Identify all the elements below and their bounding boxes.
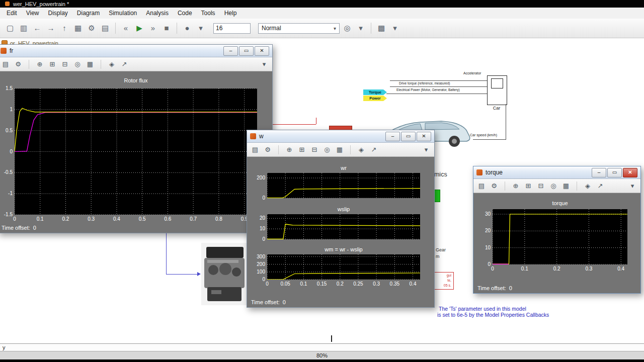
- scope-toolbar: ▤⚙⊕⊞⊟◎▦◈↗▾: [0, 57, 272, 71]
- stop-icon[interactable]: ■: [160, 22, 173, 34]
- menu-simulation[interactable]: Simulation: [104, 9, 141, 18]
- parameters-icon[interactable]: ⚙: [14, 59, 23, 69]
- scope-plot-wslip[interactable]: [267, 214, 420, 239]
- separator: [278, 145, 279, 154]
- scope-plot-torque[interactable]: [493, 209, 627, 264]
- print-icon[interactable]: ▤: [251, 145, 260, 155]
- autoscale-icon[interactable]: ◎: [323, 145, 332, 155]
- y-tick-label: 300: [251, 254, 265, 260]
- new-model-icon[interactable]: ▢: [4, 22, 16, 34]
- autoscale-icon[interactable]: ◎: [549, 181, 558, 191]
- window-title-bar[interactable]: torque – ▭ ✕: [473, 166, 640, 179]
- minimize-button[interactable]: –: [592, 168, 606, 177]
- run-icon[interactable]: ▶: [133, 22, 145, 34]
- x-tick-label: 0.3: [84, 216, 99, 222]
- scope-plot-rotor-flux[interactable]: [15, 88, 257, 215]
- zoom-y-icon[interactable]: ⊟: [536, 181, 545, 191]
- build-icon[interactable]: ▩: [375, 22, 387, 34]
- lock-axes-icon[interactable]: ◈: [357, 145, 366, 155]
- maximize-button[interactable]: ▭: [401, 132, 416, 141]
- menu-code[interactable]: Code: [173, 9, 197, 18]
- car-block[interactable]: [487, 75, 507, 105]
- x-tick-label: 0.05: [278, 281, 293, 287]
- separator: [505, 182, 505, 191]
- dock-icon[interactable]: ▾: [260, 59, 269, 69]
- signal-trace-icon[interactable]: ↗: [369, 145, 378, 155]
- up-to-parent-icon[interactable]: ↑: [58, 22, 70, 34]
- x-tick-label: 0.1: [296, 281, 311, 287]
- print-icon[interactable]: ▤: [477, 181, 486, 191]
- update-diagram-icon[interactable]: ◎: [341, 22, 353, 34]
- x-tick-label: 0.4: [613, 266, 628, 272]
- autoscale-icon[interactable]: ◎: [73, 59, 82, 69]
- chevron-down-icon[interactable]: ▾: [389, 22, 401, 34]
- close-button[interactable]: ✕: [417, 132, 431, 141]
- zoom-x-icon[interactable]: ⊞: [297, 145, 306, 155]
- toolbar-group-left: ▢▥←→↑▦⚙▤«▶»■●▾: [4, 22, 207, 34]
- menu-edit[interactable]: Edit: [2, 9, 22, 18]
- forward-icon[interactable]: →: [45, 22, 57, 34]
- zoom-y-icon[interactable]: ⊟: [310, 145, 319, 155]
- app-icon: [5, 2, 10, 6]
- power-tag[interactable]: Power: [363, 96, 387, 101]
- dock-icon[interactable]: ▾: [628, 181, 637, 191]
- step-forward-icon[interactable]: »: [147, 22, 159, 34]
- minimize-button[interactable]: –: [223, 46, 238, 56]
- zoom-x-icon[interactable]: ⊞: [48, 59, 57, 69]
- torque-tag[interactable]: Torque: [363, 89, 387, 95]
- save-icon[interactable]: ▥: [18, 22, 30, 34]
- save-axes-icon[interactable]: ▦: [561, 181, 571, 191]
- matlab-icon: [250, 133, 256, 139]
- parameters-icon[interactable]: ⚙: [263, 145, 272, 155]
- back-icon[interactable]: ←: [31, 22, 43, 34]
- chevron-down-icon[interactable]: ▾: [355, 22, 367, 34]
- scope-window-fr: fr – ▭ ✕ ▤⚙⊕⊞⊟◎▦◈↗▾ Rotor flux Time offs…: [0, 44, 273, 233]
- parameters-icon[interactable]: ⚙: [490, 181, 499, 191]
- library-browser-icon[interactable]: ▦: [72, 22, 84, 34]
- step-back-icon[interactable]: «: [120, 22, 132, 34]
- menu-analysis[interactable]: Analysis: [141, 9, 173, 18]
- os-title-bar[interactable]: wer_HEV_powertrain *: [0, 0, 644, 8]
- matlab-icon: [1, 48, 7, 54]
- signal-trace-icon[interactable]: ↗: [120, 59, 129, 69]
- print-icon[interactable]: ▤: [1, 59, 10, 69]
- zoom-icon[interactable]: ⊕: [511, 181, 520, 191]
- menu-help[interactable]: Help: [220, 9, 242, 18]
- signal-trace-icon[interactable]: ↗: [596, 181, 605, 191]
- menu-diagram[interactable]: Diagram: [72, 9, 104, 18]
- y-tick-label: 1: [0, 107, 13, 113]
- simulation-mode-select[interactable]: Normal ▾: [258, 23, 340, 34]
- separator: [101, 60, 101, 69]
- wire-label-electrical-power: Electrical Power (Motor, Generator, Batt…: [396, 88, 460, 92]
- window-title: fr: [10, 47, 13, 54]
- x-tick-label: 0.6: [160, 216, 175, 222]
- maximize-button[interactable]: ▭: [239, 46, 254, 56]
- x-tick-label: 0.35: [387, 281, 402, 287]
- zoom-x-icon[interactable]: ⊞: [524, 181, 533, 191]
- sim-stop-time-input[interactable]: [213, 23, 251, 34]
- scope-plot-wm[interactable]: [267, 254, 420, 280]
- zoom-icon[interactable]: ⊕: [285, 145, 294, 155]
- window-title-bar[interactable]: w – ▭ ✕: [247, 130, 434, 143]
- close-button[interactable]: ✕: [255, 46, 269, 56]
- scope-plot-wr[interactable]: [267, 173, 420, 198]
- zoom-icon[interactable]: ⊕: [35, 59, 44, 69]
- zoom-y-icon[interactable]: ⊟: [60, 59, 69, 69]
- save-axes-icon[interactable]: ▦: [86, 59, 95, 69]
- close-button[interactable]: ✕: [623, 168, 637, 177]
- dock-icon[interactable]: ▾: [422, 145, 431, 155]
- print-icon[interactable]: ▤: [99, 22, 111, 34]
- engine-image[interactable]: [201, 243, 248, 305]
- maximize-button[interactable]: ▭: [607, 168, 622, 177]
- lock-axes-icon[interactable]: ◈: [583, 181, 592, 191]
- configuration-icon[interactable]: ⚙: [86, 22, 98, 34]
- minimize-button[interactable]: –: [385, 132, 400, 141]
- save-axes-icon[interactable]: ▦: [335, 145, 344, 155]
- menu-tools[interactable]: Tools: [197, 9, 220, 18]
- lock-axes-icon[interactable]: ◈: [107, 59, 116, 69]
- chevron-down-icon[interactable]: ▾: [195, 22, 207, 34]
- window-title-bar[interactable]: fr – ▭ ✕: [0, 45, 272, 57]
- menu-view[interactable]: View: [22, 9, 44, 18]
- fast-restart-icon[interactable]: ●: [181, 22, 193, 34]
- menu-display[interactable]: Display: [43, 9, 72, 18]
